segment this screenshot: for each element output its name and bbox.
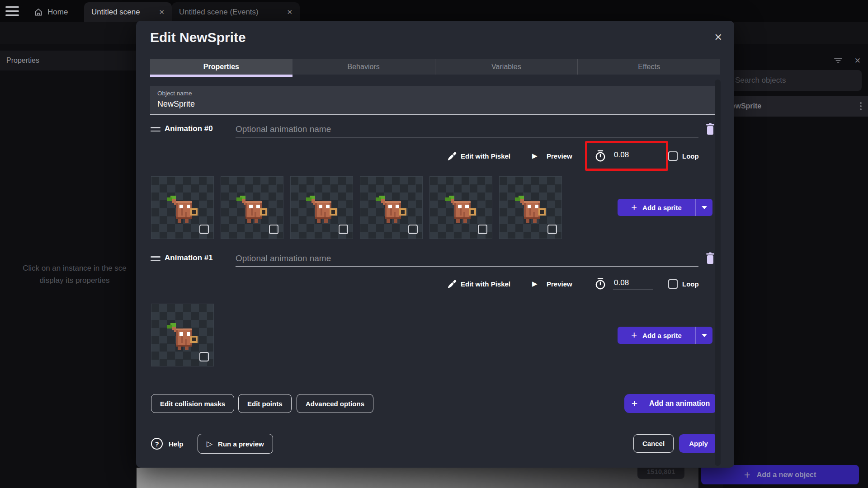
help-icon: ? [151,438,163,450]
search-objects-input[interactable] [726,70,862,91]
edit-collision-masks-button[interactable]: Edit collision masks [151,394,234,413]
object-list-item[interactable]: NewSprite [723,96,868,117]
close-icon[interactable]: ✕ [159,8,165,16]
add-new-object-button[interactable]: + Add a new object [701,465,859,484]
objects-panel: ✕ NewSprite [723,44,868,488]
properties-empty-message: Click on an instance in the sce display … [0,262,149,286]
frame-select-checkbox[interactable] [199,225,209,234]
plus-icon: + [632,398,637,410]
apply-button[interactable]: Apply [679,434,718,453]
time-between-frames-field[interactable] [613,147,653,165]
drag-handle-icon[interactable] [151,256,160,263]
play-icon[interactable]: ▶ [532,275,538,293]
animation-0-name-input[interactable] [236,121,698,137]
properties-panel-header: Properties [0,51,137,70]
tab-home[interactable]: Home [27,2,84,22]
add-an-animation-button[interactable]: + Add an animation [624,394,717,413]
preview-button[interactable]: Preview [547,147,572,165]
top-tab-bar: Home Untitled scene ✕ Untitled scene (Ev… [0,0,868,22]
home-icon [34,8,43,17]
tab-untitled-scene-events[interactable]: Untitled scene (Events) ✕ [172,2,300,22]
more-options-icon[interactable] [860,102,862,110]
dialog-close-icon[interactable]: ✕ [714,32,722,43]
close-panel-icon[interactable]: ✕ [854,56,861,66]
time-between-frames-input[interactable] [613,277,653,290]
tab-untitled-scene[interactable]: Untitled scene ✕ [84,2,172,22]
edit-sprite-dialog: Edit NewSprite ✕ Properties Behaviors Va… [136,21,734,468]
pig-sprite-image [236,196,269,225]
preview-button[interactable]: Preview [547,275,572,293]
objects-panel-header: ✕ [723,51,868,70]
animation-1-header: Animation #1 [143,250,727,268]
pig-sprite-image [167,196,199,225]
add-sprite-dropdown[interactable] [696,206,712,209]
plus-icon: + [631,329,637,341]
edit-points-button[interactable]: Edit points [238,394,292,413]
delete-animation-icon[interactable] [705,252,715,264]
filter-icon[interactable] [834,57,843,64]
play-icon[interactable]: ▶ [532,147,538,165]
brush-icon[interactable] [446,147,458,165]
properties-panel-title: Properties [6,56,39,65]
sprite-frame-tile[interactable] [221,176,283,239]
frame-select-checkbox[interactable] [547,225,557,234]
object-name-field[interactable]: Object name NewSprite [150,86,720,115]
loop-checkbox[interactable] [668,151,678,161]
advanced-options-button[interactable]: Advanced options [297,394,373,413]
add-a-sprite-button[interactable]: + Add a sprite [618,199,712,216]
brush-icon[interactable] [446,275,458,293]
sprite-frame-tile[interactable] [499,176,562,239]
pig-sprite-image [445,196,478,225]
cancel-button[interactable]: Cancel [633,434,674,453]
sprite-frame-tile[interactable] [429,176,492,239]
scene-canvas-edge [137,468,698,488]
frame-select-checkbox[interactable] [339,225,348,234]
time-between-frames-input[interactable] [613,150,653,162]
stopwatch-icon [594,147,607,165]
animation-0-header: Animation #0 [143,121,727,139]
object-name-label: Object name [157,90,713,97]
loop-checkbox[interactable] [668,279,678,289]
run-a-preview-button[interactable]: ▷ Run a preview [198,434,273,454]
dialog-scrollbar[interactable] [715,80,721,466]
drag-handle-icon[interactable] [151,127,160,134]
dialog-tab-bar: Properties Behaviors Variables Effects [150,59,720,77]
tab-home-label: Home [47,8,68,17]
tab-scene-label: Untitled scene [91,8,140,17]
sprite-frame-tile[interactable] [290,176,353,239]
close-icon[interactable]: ✕ [287,8,292,16]
animation-1-name-input[interactable] [236,250,698,267]
loop-label: Loop [682,147,699,165]
dialog-title: Edit NewSprite [150,30,246,45]
tab-effects[interactable]: Effects [578,59,720,75]
hamburger-menu-icon[interactable] [5,6,19,16]
time-between-frames-field[interactable] [613,275,653,293]
animation-1-frames [151,304,214,366]
frame-select-checkbox[interactable] [199,352,209,361]
animation-1-actions: Edit with Piskel ▶ Preview Loop [136,275,720,293]
tab-behaviors[interactable]: Behaviors [292,59,435,75]
object-name-value[interactable]: NewSprite [157,99,713,109]
animation-1-label: Animation #1 [165,253,213,263]
edit-with-piskel-button[interactable]: Edit with Piskel [461,147,510,165]
frame-select-checkbox[interactable] [269,225,278,234]
sprite-frame-tile[interactable] [360,176,423,239]
app-window: Home Untitled scene ✕ Untitled scene (Ev… [0,0,868,488]
loop-label: Loop [682,275,699,293]
sprite-frame-tile[interactable] [151,176,214,239]
sprite-frame-tile[interactable] [151,304,214,366]
add-a-sprite-button[interactable]: + Add a sprite [618,327,712,344]
tab-properties[interactable]: Properties [150,59,292,75]
edit-with-piskel-button[interactable]: Edit with Piskel [461,275,510,293]
tab-variables[interactable]: Variables [435,59,578,75]
delete-animation-icon[interactable] [705,123,715,135]
frame-select-checkbox[interactable] [478,225,487,234]
play-outline-icon: ▷ [207,439,212,449]
help-button[interactable]: ? Help [151,433,184,454]
chevron-down-icon [702,334,707,337]
tab-events-label: Untitled scene (Events) [179,8,259,17]
pig-sprite-image [515,196,547,225]
add-sprite-dropdown[interactable] [696,334,712,337]
plus-icon: + [631,202,637,213]
frame-select-checkbox[interactable] [408,225,418,234]
